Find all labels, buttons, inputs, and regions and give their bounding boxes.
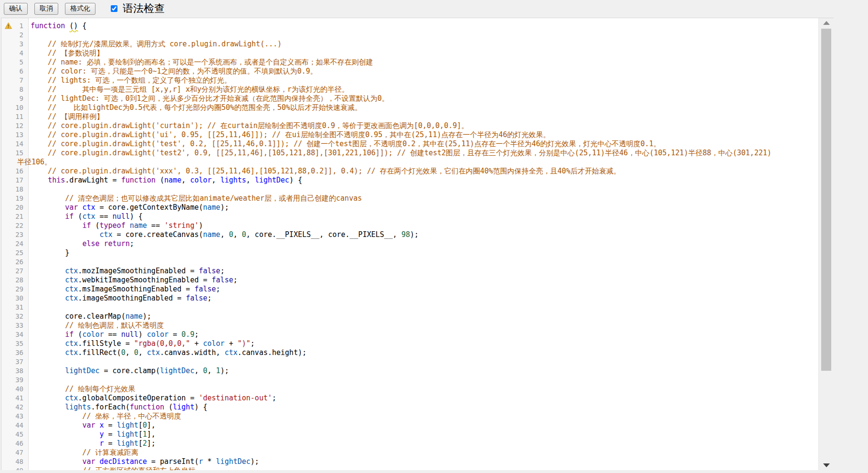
code-row[interactable]: 30 ctx.imageSmoothingEnabled = false; bbox=[1, 294, 834, 303]
code-row[interactable]: 35 ctx.fillStyle = "rgba(0,0,0," + color… bbox=[1, 339, 834, 348]
code-row[interactable]: 5 // name: 必填，要绘制到的画布名；可以是一个系统画布，或者是个自定义… bbox=[1, 58, 834, 67]
code-row[interactable]: 20 var ctx = core.getContextByName(name)… bbox=[1, 203, 834, 212]
code-row[interactable]: 22 if (typeof name == 'string') bbox=[1, 221, 834, 230]
code-row[interactable]: 43 // 坐标，半径，中心不透明度 bbox=[1, 412, 834, 421]
code-row[interactable]: 15 // core.plugin.drawLight('test2', 0.9… bbox=[1, 149, 834, 158]
code-row[interactable]: 25 } bbox=[1, 248, 834, 258]
code-line-text: ctx.imageSmoothingEnabled = false; bbox=[31, 294, 212, 303]
code-row[interactable]: 9 // lightDec: 可选，0到1之间，光从多少百分比才开始衰减（在此范… bbox=[1, 94, 834, 103]
code-line-text: // 正方形区域的直径和左上角坐标 bbox=[31, 466, 195, 470]
line-number: 47 bbox=[1, 448, 27, 457]
scroll-up-button[interactable] bbox=[819, 18, 834, 28]
code-row[interactable]: 18 bbox=[1, 185, 834, 194]
code-line-text: if (typeof name == 'string') bbox=[31, 221, 203, 230]
code-row[interactable]: 49 // 正方形区域的直径和左上角坐标 bbox=[1, 466, 834, 470]
code-row[interactable]: 28 ctx.webkitImageSmoothingEnabled = fal… bbox=[1, 276, 834, 285]
code-line-text: // 【调用样例】 bbox=[31, 112, 104, 121]
line-number: 20 bbox=[1, 203, 27, 212]
code-line-text: var ctx = core.getContextByName(name); bbox=[31, 203, 229, 212]
confirm-button[interactable]: 确认 bbox=[4, 3, 28, 15]
line-number: 40 bbox=[1, 385, 27, 394]
code-line-text: // core.plugin.drawLight('test', 0.2, [[… bbox=[31, 140, 661, 149]
line-number: 17 bbox=[1, 176, 27, 185]
code-line-text: ctx.fillRect(0, 0, ctx.canvas.width, ctx… bbox=[31, 348, 307, 357]
line-number: 31 bbox=[1, 303, 27, 312]
code-row[interactable]: 16 // core.plugin.drawLight('xxx', 0.3, … bbox=[1, 167, 834, 176]
line-number: 32 bbox=[1, 312, 27, 321]
line-number: 15 bbox=[1, 149, 27, 158]
format-button[interactable]: 格式化 bbox=[65, 3, 95, 15]
scrollbar-thumb[interactable] bbox=[821, 29, 831, 371]
code-row[interactable]: 44 var x = light[0], bbox=[1, 421, 834, 430]
code-line-text: core.clearMap(name); bbox=[31, 312, 151, 321]
code-line-text: this.drawLight = function (name, color, … bbox=[31, 176, 302, 185]
code-row[interactable]: 46 r = light[2]; bbox=[1, 439, 834, 448]
line-number: 48 bbox=[1, 457, 27, 466]
code-row[interactable]: 40 // 绘制每个灯光效果 bbox=[1, 385, 834, 394]
code-row[interactable]: 21 if (ctx == null) { bbox=[1, 212, 834, 221]
line-number: 10 bbox=[1, 103, 27, 112]
code-row[interactable]: 33 // 绘制色调层，默认不透明度 bbox=[1, 321, 834, 330]
code-row[interactable]: 14 // core.plugin.drawLight('test', 0.2,… bbox=[1, 140, 834, 149]
line-number: 30 bbox=[1, 294, 27, 303]
code-row[interactable]: 47 // 计算衰减距离 bbox=[1, 448, 834, 457]
line-number: 19 bbox=[1, 194, 27, 203]
code-row[interactable]: 17 this.drawLight = function (name, colo… bbox=[1, 176, 834, 185]
code-wrap-row[interactable]: 半径106。 bbox=[1, 158, 834, 167]
code-row[interactable]: 37 bbox=[1, 357, 834, 366]
code-row[interactable]: 36 ctx.fillRect(0, 0, ctx.canvas.width, … bbox=[1, 348, 834, 357]
line-number: 36 bbox=[1, 348, 27, 357]
line-number: 24 bbox=[1, 239, 27, 248]
code-line-text: // core.plugin.drawLight('test2', 0.9, [… bbox=[31, 149, 772, 158]
code-row[interactable]: 34 if (color == null) color = 0.9; bbox=[1, 330, 834, 339]
line-number: 29 bbox=[1, 285, 27, 294]
code-row[interactable]: 8 // 其中每一项是三元组 [x,y,r] x和y分别为该灯光的横纵坐标，r为… bbox=[1, 85, 834, 94]
scroll-down-button[interactable] bbox=[819, 460, 834, 470]
code-row[interactable]: 41 ctx.globalCompositeOperation = 'desti… bbox=[1, 394, 834, 403]
line-number: 1 bbox=[1, 22, 27, 31]
code-line-text: y = light[1], bbox=[31, 430, 156, 439]
code-editor[interactable]: 1function () {23 // 绘制灯光/漆黑层效果。调用方式 core… bbox=[1, 18, 834, 470]
code-row[interactable]: 13 // core.plugin.drawLight('ui', 0.95, … bbox=[1, 130, 834, 140]
code-row[interactable]: 23 ctx = core.createCanvas(name, 0, 0, c… bbox=[1, 230, 834, 239]
cancel-button[interactable]: 取消 bbox=[34, 3, 58, 15]
code-row[interactable]: 39 bbox=[1, 376, 834, 385]
code-row[interactable]: 26 bbox=[1, 258, 834, 267]
line-number: 3 bbox=[1, 40, 27, 49]
vertical-scrollbar[interactable] bbox=[818, 18, 834, 470]
code-row[interactable]: 4 // 【参数说明】 bbox=[1, 49, 834, 58]
code-row[interactable]: 2 bbox=[1, 31, 834, 40]
code-line-text: // lightDec: 可选，0到1之间，光从多少百分比才开始衰减（在此范围内… bbox=[31, 94, 389, 103]
syntax-check-label: 语法检查 bbox=[123, 1, 165, 16]
code-row[interactable]: 29 ctx.msImageSmoothingEnabled = false; bbox=[1, 285, 834, 294]
line-number: 23 bbox=[1, 230, 27, 239]
scroll-up-icon bbox=[823, 21, 830, 25]
line-number: 6 bbox=[1, 67, 27, 76]
code-row[interactable]: 27 ctx.mozImageSmoothingEnabled = false; bbox=[1, 267, 834, 276]
code-line-text: // lights: 可选，一个数组，定义了每个独立的灯光。 bbox=[31, 76, 231, 85]
code-row[interactable]: 45 y = light[1], bbox=[1, 430, 834, 439]
code-row[interactable]: 1function () { bbox=[1, 22, 834, 31]
line-number: 44 bbox=[1, 421, 27, 430]
code-line-text: // core.plugin.drawLight('ui', 0.95, [[2… bbox=[31, 130, 550, 140]
code-row[interactable]: 19 // 清空色调层；也可以修改成其它层比如animate/weather层，… bbox=[1, 194, 834, 203]
code-line-text: r = light[2]; bbox=[31, 439, 156, 448]
code-row[interactable]: 11 // 【调用样例】 bbox=[1, 112, 834, 121]
code-row[interactable]: 31 bbox=[1, 303, 834, 312]
line-number: 43 bbox=[1, 412, 27, 421]
code-row[interactable]: 7 // lights: 可选，一个数组，定义了每个独立的灯光。 bbox=[1, 76, 834, 85]
syntax-check-checkbox[interactable] bbox=[111, 5, 117, 12]
code-row[interactable]: 12 // core.plugin.drawLight('curtain'); … bbox=[1, 121, 834, 130]
code-row[interactable]: 32 core.clearMap(name); bbox=[1, 312, 834, 321]
code-row[interactable]: 38 lightDec = core.clamp(lightDec, 0, 1)… bbox=[1, 366, 834, 376]
code-row[interactable]: 48 var decDistance = parseInt(r * lightD… bbox=[1, 457, 834, 466]
code-row[interactable]: 42 lights.forEach(function (light) { bbox=[1, 403, 834, 412]
code-row[interactable]: 24 else return; bbox=[1, 239, 834, 248]
code-row[interactable]: 10 // 比如lightDec为0.5代表，每个灯光部分内圈50%的范围全亮，… bbox=[1, 103, 834, 112]
line-number: 8 bbox=[1, 85, 27, 94]
code-row[interactable]: 3 // 绘制灯光/漆黑层效果。调用方式 core.plugin.drawLig… bbox=[1, 40, 834, 49]
scroll-down-icon bbox=[823, 463, 830, 467]
code-row[interactable]: 6 // color: 可选，只能是一个0~1之间的数，为不透明度的值。不填则默… bbox=[1, 67, 834, 76]
code-line-text: // 清空色调层；也可以修改成其它层比如animate/weather层，或者用… bbox=[31, 194, 362, 203]
code-line-text: var x = light[0], bbox=[31, 421, 156, 430]
